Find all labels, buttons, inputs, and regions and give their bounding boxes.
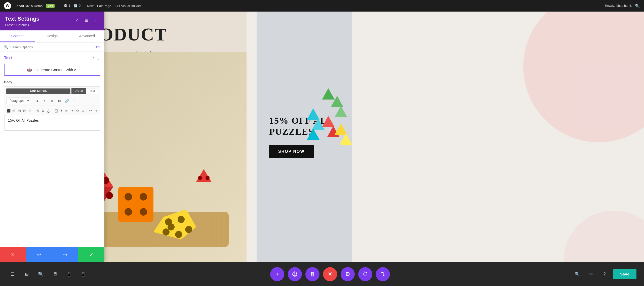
redo-icon: ↪: [63, 252, 67, 258]
svg-point-22: [163, 228, 170, 235]
updates-count: 0: [79, 4, 80, 8]
visual-tab[interactable]: Visual: [71, 88, 86, 94]
text-color-icon[interactable]: A̲: [46, 107, 51, 114]
svg-marker-24: [196, 169, 211, 182]
undo-button[interactable]: ↩: [26, 247, 52, 262]
separator: [32, 98, 32, 103]
underline-icon[interactable]: U: [41, 107, 45, 114]
unordered-list-icon[interactable]: ≡: [49, 98, 55, 104]
separator2: [34, 108, 34, 113]
expand-icon[interactable]: ⤢: [73, 17, 80, 24]
hamburger-menu-button[interactable]: ☰: [8, 269, 18, 279]
align-left-icon[interactable]: ⬛: [6, 107, 11, 114]
comments-item[interactable]: 💬 1: [64, 4, 70, 8]
align-center-icon[interactable]: ▤: [12, 107, 16, 114]
align-right-icon[interactable]: ▤: [17, 107, 21, 114]
cancel-button[interactable]: ✕: [0, 247, 26, 262]
quote-icon[interactable]: ": [71, 98, 78, 104]
italic-icon[interactable]: I: [41, 98, 48, 104]
close-button[interactable]: ✕: [323, 267, 337, 281]
page-content: D PRODUCT et malesuada. Vestibulum ante …: [0, 12, 644, 286]
bold-icon[interactable]: B: [33, 98, 40, 104]
add-media-button[interactable]: ADD MEDIA: [6, 88, 70, 94]
indent-right-icon[interactable]: ⇥: [70, 107, 74, 114]
panel-preset[interactable]: Preset: Default ▾: [5, 23, 39, 27]
text-tab[interactable]: Text: [86, 88, 98, 94]
promo-title: 15% OFF ALL PUZZLES: [269, 115, 340, 137]
redo-button[interactable]: ↪: [52, 247, 78, 262]
wordpress-logo[interactable]: W: [4, 2, 11, 9]
indent-left-icon[interactable]: ⇤: [65, 107, 69, 114]
save-button[interactable]: Save: [613, 269, 636, 279]
svg-marker-27: [322, 88, 335, 100]
apply-button[interactable]: ✓: [78, 247, 104, 262]
svg-point-19: [178, 216, 185, 223]
power-button[interactable]: ⏻: [288, 267, 302, 281]
bb-center-controls: + ⏻ 🗑 ✕ ⚙ ⏱ ⇅: [270, 267, 390, 281]
ordered-list-icon[interactable]: 1≡: [56, 98, 63, 104]
italic2-icon[interactable]: I: [59, 107, 63, 114]
trash-button[interactable]: 🗑: [305, 267, 319, 281]
history-button[interactable]: ⏱: [358, 267, 372, 281]
section-more-icon[interactable]: ⋮: [97, 56, 100, 60]
admin-bar-right: Howdy, fahad-hamid 🔍: [605, 4, 640, 8]
special-chars-icon[interactable]: Ω: [75, 107, 80, 114]
grid-layout-button[interactable]: ⊞: [22, 269, 32, 279]
edit-page-link[interactable]: Edit Page: [97, 4, 111, 8]
editor-content-area[interactable]: 15% Off All Puzzles: [4, 115, 100, 130]
separator: |: [59, 4, 59, 8]
table-icon[interactable]: ⊞: [28, 107, 32, 114]
settings-panel: Text Settings Preset: Default ▾ ⤢ ⊞ ⋮ Co…: [0, 12, 104, 262]
search-options-input[interactable]: [10, 45, 89, 49]
new-label: New: [87, 4, 94, 8]
ai-generate-button[interactable]: 🤖 Generate Content With AI: [4, 64, 100, 76]
mobile-view-button[interactable]: 📱: [78, 269, 88, 279]
paste-text-icon[interactable]: 📋: [54, 107, 58, 114]
filter-button[interactable]: + Filter: [91, 45, 100, 49]
svg-marker-28: [331, 96, 343, 107]
new-button[interactable]: + New: [84, 4, 94, 8]
link-icon[interactable]: 🔗: [64, 98, 70, 104]
redo-icon[interactable]: ↪: [94, 107, 98, 114]
ai-button-label: Generate Content With AI: [34, 68, 77, 72]
tab-design[interactable]: Design: [35, 30, 69, 42]
svg-point-13: [125, 193, 132, 201]
strikethrough-icon[interactable]: S: [35, 107, 40, 114]
help-button[interactable]: ?: [599, 269, 610, 279]
svg-point-26: [206, 176, 210, 180]
svg-point-11: [106, 192, 113, 199]
paragraph-select[interactable]: Paragraph Heading 1 Heading 2: [6, 98, 30, 104]
triangles-svg: [257, 12, 352, 162]
ai-icon: 🤖: [27, 67, 32, 72]
justify-icon[interactable]: ▤: [22, 107, 27, 114]
collapse-icon[interactable]: ∧: [92, 56, 95, 60]
undo-icon: ↩: [37, 252, 41, 258]
svg-point-15: [125, 208, 132, 216]
svg-point-23: [168, 223, 175, 230]
desktop-view-button[interactable]: 🖥: [50, 269, 60, 279]
tablet-view-button[interactable]: 📱: [64, 269, 74, 279]
exit-visual-builder-link[interactable]: Exit Visual Builder: [115, 4, 141, 8]
extra-button[interactable]: ⇅: [376, 267, 390, 281]
howdy-text: Howdy, fahad-hamid: [605, 4, 632, 8]
tab-advanced[interactable]: Advanced: [70, 30, 104, 42]
search-button[interactable]: 🔍: [36, 269, 46, 279]
columns-icon[interactable]: ⊞: [83, 17, 90, 24]
emoji-icon[interactable]: ☺: [81, 107, 85, 114]
more-options-icon[interactable]: ⋮: [92, 17, 99, 24]
tab-content[interactable]: Content: [0, 30, 35, 42]
panel-header: Text Settings Preset: Default ▾ ⤢ ⊞ ⋮: [0, 12, 104, 30]
undo-icon[interactable]: ↩: [88, 107, 93, 114]
svg-point-20: [185, 226, 192, 233]
add-element-button[interactable]: +: [270, 267, 284, 281]
admin-bar-left: W Fahad Divi 5 Demo Live | 💬 1 🔄 0 + New…: [4, 2, 601, 9]
bb-right-controls: 🔍 ⚙ ? Save: [572, 269, 636, 279]
updates-item[interactable]: 🔄 0: [74, 4, 80, 8]
settings2-button[interactable]: ⚙: [586, 269, 596, 279]
settings-button[interactable]: ⚙: [341, 267, 355, 281]
shop-now-button[interactable]: SHOP NOW: [269, 145, 314, 158]
site-name[interactable]: Fahad Divi 5 Demo: [15, 4, 43, 8]
comment-icon: 💬: [64, 4, 67, 8]
search-icon[interactable]: 🔍: [635, 4, 640, 8]
zoom-button[interactable]: 🔍: [572, 269, 582, 279]
